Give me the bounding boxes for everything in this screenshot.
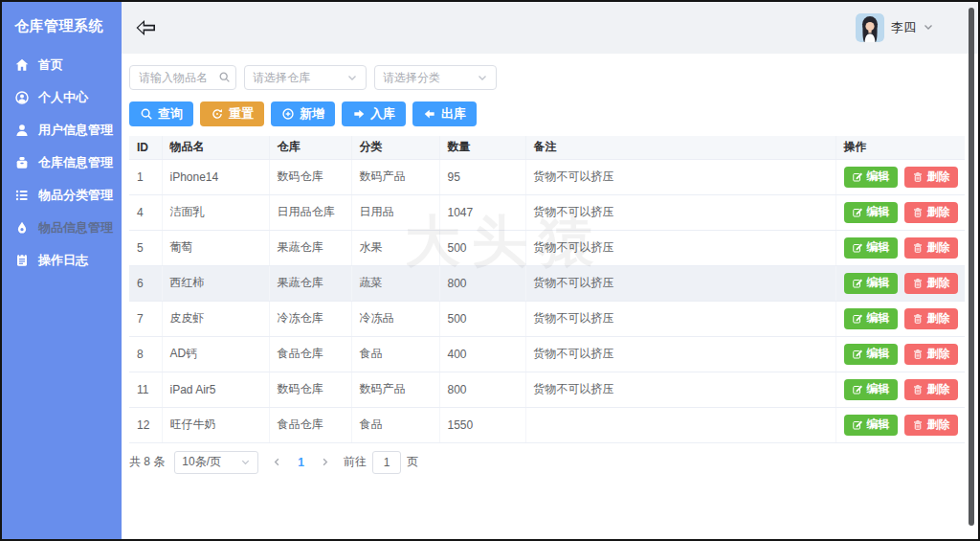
cell-warehouse: 食品仓库: [269, 336, 351, 372]
reset-button[interactable]: 重置: [200, 101, 264, 126]
delete-button[interactable]: 删除: [904, 415, 958, 436]
arrow-left-icon: [423, 107, 436, 121]
edit-button[interactable]: 编辑: [844, 202, 898, 223]
delete-button[interactable]: 删除: [904, 167, 958, 188]
add-button[interactable]: 新增: [271, 101, 335, 126]
cell-warehouse: 食品仓库: [269, 407, 351, 442]
sidebar-item-1[interactable]: 首页: [2, 49, 122, 81]
cell-category: 食品: [351, 407, 439, 442]
cell-id: 7: [129, 301, 162, 336]
category-select[interactable]: 请选择分类: [374, 65, 497, 90]
log-icon: [14, 253, 30, 268]
cell-note: 货物不可以挤压: [525, 194, 835, 230]
sidebar-item-3[interactable]: 用户信息管理: [2, 114, 122, 147]
search-icon: [218, 71, 231, 83]
col-category: 分类: [351, 136, 439, 159]
table-row: 1iPhone14数码仓库数码产品95货物不可以挤压编辑删除: [129, 159, 965, 194]
sidebar-item-6[interactable]: 物品信息管理: [2, 212, 122, 244]
delete-button[interactable]: 删除: [904, 273, 958, 294]
delete-button[interactable]: 删除: [904, 379, 958, 400]
sidebar-item-2[interactable]: 个人中心: [2, 81, 122, 114]
total-count: 共 8 条: [129, 454, 165, 470]
user-menu[interactable]: 李四: [856, 13, 934, 42]
cell-warehouse: 数码仓库: [269, 372, 351, 407]
cell-id: 11: [129, 372, 162, 407]
chevron-down-icon: [477, 72, 488, 83]
cell-quantity: 1550: [439, 407, 525, 442]
edit-button[interactable]: 编辑: [844, 167, 898, 188]
sidebar-item-7[interactable]: 操作日志: [2, 244, 122, 277]
category-list-icon: [14, 188, 30, 203]
delete-button[interactable]: 删除: [904, 237, 958, 259]
col-id: ID: [129, 136, 162, 159]
back-button[interactable]: [135, 16, 158, 39]
edit-button[interactable]: 编辑: [844, 379, 898, 400]
inbound-button[interactable]: 入库: [342, 101, 406, 126]
edit-button[interactable]: 编辑: [844, 273, 898, 294]
cell-note: 货物不可以挤压: [525, 301, 835, 336]
cell-id: 6: [129, 265, 162, 301]
cell-quantity: 800: [439, 372, 525, 407]
cell-quantity: 800: [439, 265, 525, 301]
cell-id: 4: [129, 194, 162, 230]
cell-actions: 编辑删除: [835, 194, 965, 230]
prev-page-button[interactable]: [272, 457, 282, 467]
sidebar-item-label: 仓库信息管理: [38, 154, 113, 171]
delete-button[interactable]: 删除: [904, 202, 958, 223]
arrow-right-icon: [352, 107, 366, 121]
items-table: ID 物品名 仓库 分类 数量 备注 操作 1iPhone14数码仓库数码产品9…: [129, 136, 965, 443]
toolbar: 查询 重置 新增 入库: [129, 101, 965, 126]
delete-button[interactable]: 删除: [904, 308, 958, 329]
edit-button[interactable]: 编辑: [844, 308, 898, 329]
page-size-select[interactable]: 10条/页: [174, 451, 258, 474]
cell-note: 货物不可以挤压: [525, 230, 835, 265]
outbound-button[interactable]: 出库: [412, 101, 477, 126]
col-note: 备注: [525, 136, 835, 159]
table-row: 12旺仔牛奶食品仓库食品1550编辑删除: [129, 407, 965, 442]
sidebar-item-label: 用户信息管理: [38, 122, 113, 139]
next-page-button[interactable]: [320, 457, 330, 467]
page-number[interactable]: 1: [298, 456, 304, 469]
back-arrow-icon: [135, 16, 158, 39]
content-panel: 请选择仓库 请选择分类 查询: [122, 54, 978, 539]
cell-warehouse: 冷冻仓库: [269, 301, 351, 336]
cell-category: 冷冻品: [351, 301, 439, 336]
cell-actions: 编辑删除: [835, 230, 965, 265]
cell-note: 货物不可以挤压: [525, 159, 835, 194]
cell-name: iPhone14: [162, 159, 269, 194]
table-row: 6西红柿果蔬仓库蔬菜800货物不可以挤压编辑删除: [129, 265, 965, 301]
goto-page-input[interactable]: [372, 451, 401, 474]
query-button[interactable]: 查询: [129, 101, 193, 126]
cell-id: 5: [129, 230, 162, 265]
cell-actions: 编辑删除: [835, 407, 965, 442]
cell-quantity: 95: [439, 159, 525, 194]
sidebar-item-5[interactable]: 物品分类管理: [2, 179, 122, 212]
main-area: 李四 请选择仓库 请选择分类: [122, 2, 978, 539]
edit-button[interactable]: 编辑: [844, 344, 898, 365]
delete-button[interactable]: 删除: [904, 344, 958, 365]
cell-id: 8: [129, 336, 162, 372]
warehouse-select[interactable]: 请选择仓库: [244, 65, 367, 90]
edit-button[interactable]: 编辑: [844, 415, 898, 436]
sidebar-item-4[interactable]: 仓库信息管理: [2, 147, 122, 179]
cell-actions: 编辑删除: [835, 159, 965, 194]
pager: 1: [272, 456, 330, 469]
plus-circle-icon: [281, 107, 295, 121]
cell-name: iPad Air5: [162, 372, 269, 407]
avatar: [856, 13, 884, 42]
home-icon: [14, 57, 30, 73]
sidebar-item-label: 物品信息管理: [38, 219, 113, 237]
sidebar: 仓库管理系统 首页个人中心用户信息管理仓库信息管理物品分类管理物品信息管理操作日…: [2, 2, 122, 539]
cell-category: 数码产品: [351, 159, 439, 194]
warehouse-select-placeholder: 请选择仓库: [253, 70, 310, 86]
cell-name: 西红柿: [162, 265, 269, 301]
pagination: 共 8 条 10条/页 1 前往 页: [129, 451, 965, 474]
cell-actions: 编辑删除: [835, 265, 965, 301]
cell-name: AD钙: [162, 336, 269, 372]
table-header: ID 物品名 仓库 分类 数量 备注 操作: [129, 136, 965, 159]
sidebar-item-label: 物品分类管理: [38, 187, 113, 204]
user-circle-icon: [14, 90, 30, 105]
edit-button[interactable]: 编辑: [844, 237, 898, 259]
refresh-icon: [211, 107, 224, 121]
scrollbar-thumb[interactable]: [969, 8, 974, 526]
